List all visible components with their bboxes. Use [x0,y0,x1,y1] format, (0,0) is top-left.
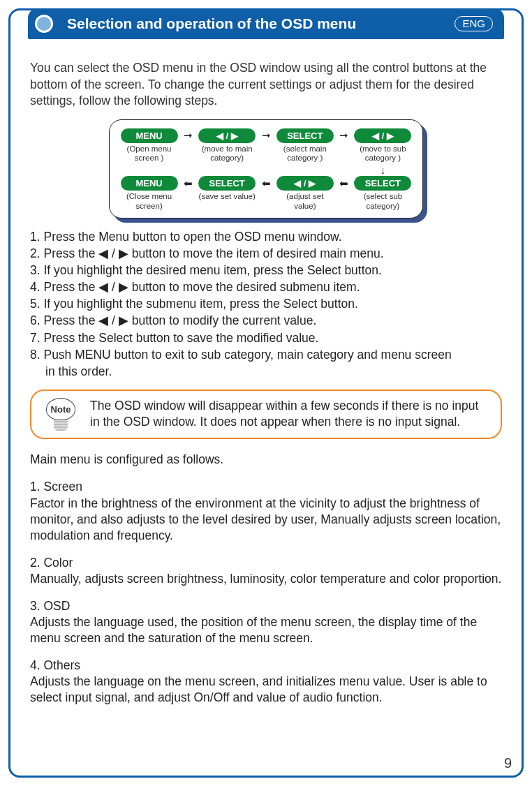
page-number: 9 [504,755,512,771]
title-bar: Selection and operation of the OSD menu … [28,8,504,39]
arrow-right-icon: ➞ [337,128,350,143]
diagram-caption: (move to main category) [198,144,257,163]
diagram-caption: (select main category ) [275,144,334,163]
section-title: 4. Others [30,658,502,674]
diagram-cell: SELECT (select sub category) [353,176,413,210]
arrow-left-icon: ⬅ [260,176,273,191]
step: 7. Press the Select button to save the m… [30,329,502,346]
step: 1. Press the Menu button to open the OSD… [30,228,502,245]
diagram-cell: MENU (Open menu screen ) [119,128,179,163]
lightbulb-icon: Note [41,398,80,431]
section-screen: 1. Screen Factor in the brightness of th… [30,479,502,543]
section-color: 2. Color Manually, adjusts screen bright… [30,555,502,587]
title-bullet-icon [35,15,53,33]
diagram-cell: SELECT (save set value) [198,176,257,201]
diagram-cell: ◀ / ▶ (move to sub category ) ↓ [353,128,413,176]
step: 5. If you highlight the submenu item, pr… [30,295,502,312]
step: 8. Push MENU button to exit to sub categ… [30,346,502,363]
arrows-button-pill: ◀ / ▶ [276,176,334,191]
note-label: Note [51,404,71,415]
diagram-row-bottom: MENU (Close menu screen) ⬅ SELECT (save … [119,176,413,210]
step: 3. If you highlight the desired menu ite… [30,262,502,279]
diagram-row-top: MENU (Open menu screen ) ➞ ◀ / ▶ (move t… [119,128,413,176]
select-button-pill: SELECT [354,176,411,191]
arrow-right-icon: ➞ [260,128,273,143]
menu-button-pill: MENU [121,128,178,143]
section-body: Adjusts the language on the menu screen,… [30,674,487,704]
diagram-caption: (save set value) [199,192,256,201]
note-box: Note The OSD window will disappear withi… [30,390,502,439]
section-title: 2. Color [30,555,502,571]
steps-list: 1. Press the Menu button to open the OSD… [30,228,502,380]
step-continuation: in this order. [30,363,502,380]
diagram-cell: MENU (Close menu screen) [119,176,179,210]
diagram-caption: (move to sub category ) [353,144,413,163]
language-badge: ENG [455,16,493,31]
step: 4. Press the ◀ / ▶ button to move the de… [30,279,502,295]
section-body: Factor in the brightness of the environm… [30,496,501,542]
section-osd: 3. OSD Adjusts the language used, the po… [30,598,502,646]
section-title: 1. Screen [30,479,502,495]
diagram-caption: (adjust set value) [275,192,334,210]
diagram-cell: SELECT (select main category ) [275,128,334,163]
flow-diagram: MENU (Open menu screen ) ➞ ◀ / ▶ (move t… [109,119,423,218]
main-configured-text: Main menu is configured as follows. [30,452,502,468]
diagram-cell: ◀ / ▶ (adjust set value) [275,176,334,210]
arrow-right-icon: ➞ [182,128,195,143]
note-text: The OSD window will disappear within a f… [90,398,491,430]
section-body: Adjusts the language used, the position … [30,615,477,645]
step: 6. Press the ◀ / ▶ button to modify the … [30,312,502,329]
diagram-cell: ◀ / ▶ (move to main category) [198,128,257,163]
page-title: Selection and operation of the OSD menu [67,15,356,32]
section-others: 4. Others Adjusts the language on the me… [30,658,502,706]
arrow-down-icon: ↓ [380,164,386,176]
page-frame: Selection and operation of the OSD menu … [8,8,524,778]
diagram-caption: (Open menu screen ) [119,144,179,163]
arrow-left-icon: ⬅ [182,176,195,191]
arrow-left-icon: ⬅ [337,176,350,191]
diagram-caption: (select sub category) [353,192,413,210]
menu-button-pill: MENU [121,176,178,191]
select-button-pill: SELECT [276,128,334,143]
intro-paragraph: You can select the OSD menu in the OSD w… [30,60,502,110]
section-title: 3. OSD [30,598,502,614]
diagram-panel: MENU (Open menu screen ) ➞ ◀ / ▶ (move t… [109,119,423,218]
section-body: Manually, adjusts screen brightness, lum… [30,572,501,586]
diagram-caption: (Close menu screen) [119,192,179,210]
arrows-button-pill: ◀ / ▶ [198,128,256,143]
select-button-pill: SELECT [198,176,256,191]
arrows-button-pill: ◀ / ▶ [354,128,411,143]
step: 2. Press the ◀ / ▶ button to move the it… [30,245,502,262]
